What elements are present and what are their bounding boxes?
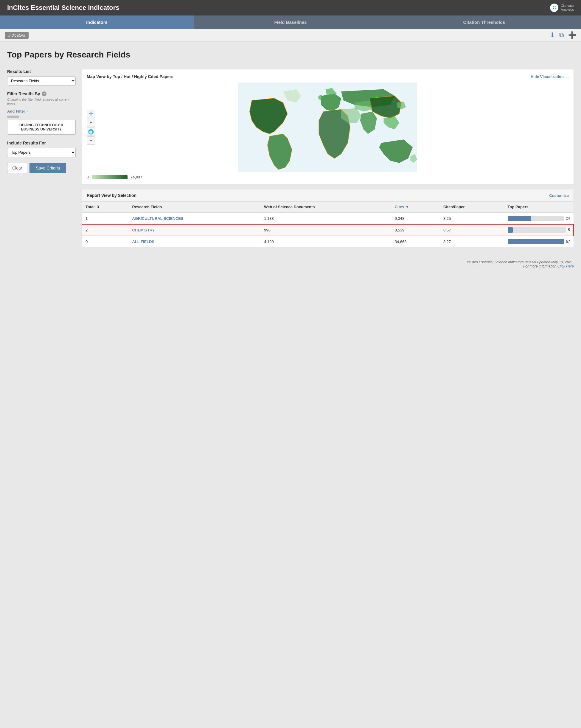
- col-wos-docs: Web of Science Documents: [260, 202, 391, 212]
- bar-bg: [508, 216, 564, 221]
- bar-bg: [508, 239, 564, 244]
- map-container: ✛ + 🌐 −: [87, 82, 569, 172]
- report-title: Report View by Selection: [87, 193, 136, 198]
- nav-item-citation-thresholds[interactable]: Citation Thresholds: [387, 16, 581, 29]
- row-cites: 9,348: [391, 212, 440, 224]
- bar-fill: [508, 227, 513, 233]
- actions-row: Clear Save Criteria: [7, 163, 76, 173]
- legend-gradient: [92, 175, 128, 179]
- right-content: Map View by Top / Hot / Highly Cited Pap…: [82, 64, 574, 248]
- clarivate-logo-text: Clarivate Analytics: [561, 4, 574, 11]
- nav-item-indicators[interactable]: Indicators: [0, 16, 194, 29]
- field-link[interactable]: AGRICULTURAL SCIENCES: [132, 216, 183, 221]
- row-cites-paper: 8.25: [440, 212, 504, 224]
- map-controls: ✛ + 🌐 −: [87, 110, 95, 145]
- filter-note: Changing the filter field removes all cu…: [7, 97, 76, 107]
- filter-box: BEIJING TECHNOLOGY & BUSINESS UNIVERSITY: [7, 120, 76, 135]
- row-wos-docs: 1,133: [260, 212, 391, 224]
- row-field: ALL FIELDS: [128, 236, 260, 248]
- table-row: 0 ALL FIELDS 4,190 34,668 8.27 57: [82, 236, 574, 248]
- results-list-label: Results List: [7, 69, 76, 74]
- row-top-papers: 5: [504, 224, 574, 236]
- filter-title: Filter Results By ?: [7, 92, 76, 96]
- col-research-fields: Research Fields: [128, 202, 260, 212]
- map-zoom-out[interactable]: −: [87, 136, 95, 145]
- save-criteria-button[interactable]: Save Criteria: [29, 163, 66, 173]
- map-section: Map View by Top / Hot / Highly Cited Pap…: [82, 69, 574, 184]
- row-cites: 34,668: [391, 236, 440, 248]
- filter-section: Filter Results By ? Changing the filter …: [7, 92, 76, 135]
- bar-value: 5: [568, 228, 570, 232]
- map-header: Map View by Top / Hot / Highly Cited Pap…: [87, 74, 569, 79]
- report-section: Report View by Selection Customize Total…: [82, 189, 574, 248]
- add-view-icon[interactable]: ➕: [568, 31, 576, 39]
- main-nav: Indicators Field Baselines Citation Thre…: [0, 16, 581, 29]
- customize-link[interactable]: Customize: [549, 193, 569, 198]
- include-select[interactable]: Top Papers: [7, 148, 76, 157]
- footer: InCites Essential Science Indicators dat…: [0, 255, 581, 273]
- copy-icon[interactable]: ⧉: [559, 31, 564, 39]
- download-icon[interactable]: ⬇: [550, 31, 555, 39]
- col-cites-paper: Cites/Paper: [440, 202, 504, 212]
- include-section: Include Results For Top Papers: [7, 140, 76, 157]
- app-header: InCites Essential Science Indicators C C…: [0, 0, 581, 16]
- page-title-area: Top Papers by Research Fields: [0, 42, 581, 64]
- legend-min: 0: [87, 175, 89, 179]
- field-link[interactable]: CHEMISTRY: [132, 228, 155, 232]
- app-title: InCites Essential Science Indicators: [7, 4, 120, 11]
- main-content: Results List Research Fields Filter Resu…: [0, 64, 581, 255]
- clarivate-logo: C Clarivate Analytics: [550, 4, 574, 12]
- col-top-papers: Top Papers: [504, 202, 574, 212]
- row-rank: 0: [82, 236, 128, 248]
- row-field: CHEMISTRY: [128, 224, 260, 236]
- bar-bg: [508, 227, 566, 233]
- row-rank: 1: [82, 212, 128, 224]
- row-wos-docs: 996: [260, 224, 391, 236]
- filter-tag-bar: [7, 115, 19, 118]
- sidebar: Results List Research Fields Filter Resu…: [7, 64, 76, 248]
- nav-item-field-baselines[interactable]: Field Baselines: [194, 16, 387, 29]
- row-cites-paper: 8.57: [440, 224, 504, 236]
- row-cites-paper: 8.27: [440, 236, 504, 248]
- bar-fill: [508, 239, 564, 244]
- page-title: Top Papers by Research Fields: [7, 50, 574, 59]
- bar-value: 24: [566, 216, 570, 220]
- clarivate-logo-icon: C: [550, 4, 558, 12]
- row-cites: 8,539: [391, 224, 440, 236]
- table-row: 1 AGRICULTURAL SCIENCES 1,133 9,348 8.25…: [82, 212, 574, 224]
- clear-button[interactable]: Clear: [7, 163, 27, 173]
- click-here-link[interactable]: Click Here: [557, 264, 574, 268]
- row-rank: 2: [82, 224, 128, 236]
- row-wos-docs: 4,190: [260, 236, 391, 248]
- map-legend: 0 74,437: [87, 175, 569, 179]
- hide-visualization-link[interactable]: Hide Visualization —: [531, 75, 569, 79]
- row-field: AGRICULTURAL SCIENCES: [128, 212, 260, 224]
- row-top-papers: 57: [504, 236, 574, 248]
- breadcrumb: Indicators: [5, 32, 29, 39]
- report-header: Report View by Selection Customize: [82, 189, 574, 202]
- col-cites[interactable]: Cites ▼: [391, 202, 440, 212]
- data-table: Total: 3 Research Fields Web of Science …: [82, 202, 574, 248]
- col-total: Total: 3: [82, 202, 128, 212]
- field-link[interactable]: ALL FIELDS: [132, 239, 154, 244]
- map-globe-icon[interactable]: 🌐: [87, 128, 95, 136]
- toolbar-icons: ⬇ ⧉ ➕: [550, 31, 576, 39]
- help-icon[interactable]: ?: [42, 92, 47, 96]
- row-top-papers: 24: [504, 212, 574, 224]
- bar-fill: [508, 216, 532, 221]
- table-row: 2 CHEMISTRY 996 8,539 8.57 5: [82, 224, 574, 236]
- breadcrumb-bar: Indicators ⬇ ⧉ ➕: [0, 29, 581, 42]
- map-title: Map View by Top / Hot / Highly Cited Pap…: [87, 74, 173, 79]
- world-map-svg: [87, 82, 569, 172]
- results-list-select[interactable]: Research Fields: [7, 76, 76, 85]
- add-filter-link[interactable]: Add Filter »: [7, 109, 29, 113]
- map-zoom-in[interactable]: +: [87, 119, 95, 127]
- table-header-row: Total: 3 Research Fields Web of Science …: [82, 202, 574, 212]
- include-label: Include Results For: [7, 140, 76, 145]
- map-nav-icon[interactable]: ✛: [87, 110, 95, 118]
- legend-max: 74,437: [130, 175, 143, 179]
- bar-value: 57: [566, 239, 570, 244]
